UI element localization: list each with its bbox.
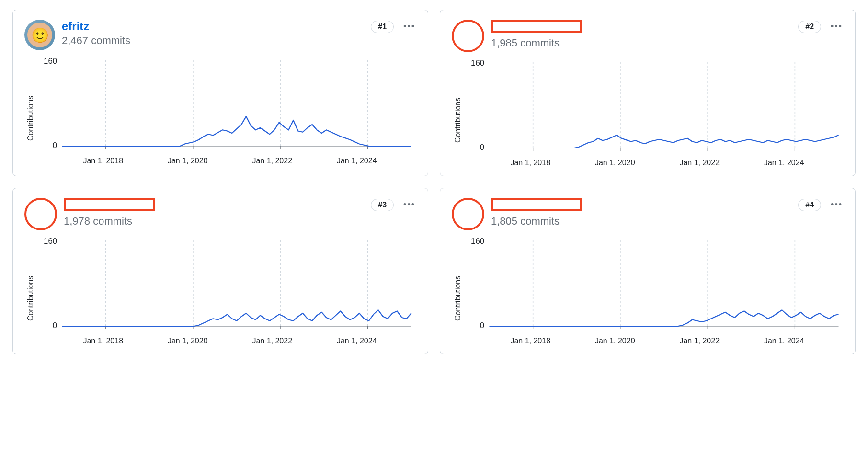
y-axis-label: Contributions	[452, 59, 462, 167]
x-tick-label: Jan 1, 2020	[146, 337, 230, 345]
card-header: 🙂efritz2,467 commits#1•••	[24, 20, 416, 50]
x-tick-label: Jan 1, 2022	[230, 337, 315, 345]
contributor-card: 1,985 commits#2•••Contributions1600Jan 1…	[440, 10, 856, 176]
rank-badge: #1	[371, 21, 394, 33]
y-axis-label: Contributions	[24, 57, 35, 165]
username-redacted[interactable]	[491, 20, 582, 33]
card-header: 1,978 commits#3•••	[24, 198, 416, 230]
chart-wrap: Contributions1600Jan 1, 2018Jan 1, 2020J…	[452, 237, 844, 345]
kebab-menu-icon[interactable]: •••	[402, 20, 416, 34]
x-tick-label: Jan 1, 2024	[742, 159, 827, 167]
chart-wrap: Contributions1600Jan 1, 2018Jan 1, 2020J…	[24, 237, 416, 345]
x-tick-label: Jan 1, 2020	[573, 337, 658, 345]
card-header: 1,985 commits#2•••	[452, 20, 844, 52]
contributor-card: 1,805 commits#4•••Contributions1600Jan 1…	[440, 188, 856, 354]
rank-badge: #2	[798, 21, 821, 33]
username-redacted[interactable]	[491, 198, 582, 211]
header-right: #4•••	[798, 198, 844, 212]
user-info: 1,985 commits	[491, 20, 582, 49]
svg-text:0: 0	[53, 141, 57, 149]
header-right: #1•••	[371, 20, 416, 34]
chart-inner: 1600Jan 1, 2018Jan 1, 2020Jan 1, 2022Jan…	[35, 237, 416, 345]
svg-text:0: 0	[480, 143, 484, 151]
contribution-sparkline: 1600	[462, 237, 844, 333]
user-info: 1,805 commits	[491, 198, 582, 228]
x-tick-label: Jan 1, 2018	[61, 157, 146, 165]
header-right: #2•••	[798, 20, 844, 34]
x-tick-label: Jan 1, 2024	[742, 337, 827, 345]
kebab-menu-icon[interactable]: •••	[402, 198, 416, 212]
username-link[interactable]: efritz	[62, 20, 130, 34]
commits-count[interactable]: 1,978 commits	[64, 215, 155, 228]
x-tick-label: Jan 1, 2018	[488, 159, 573, 167]
x-tick-label: Jan 1, 2018	[61, 337, 146, 345]
card-header: 1,805 commits#4•••	[452, 198, 844, 230]
x-tick-label: Jan 1, 2022	[657, 159, 742, 167]
avatar-redacted[interactable]	[452, 198, 484, 230]
svg-text:160: 160	[471, 237, 484, 245]
chart-inner: 1600Jan 1, 2018Jan 1, 2020Jan 1, 2022Jan…	[462, 237, 844, 345]
x-tick-label: Jan 1, 2018	[488, 337, 573, 345]
header-right: #3•••	[371, 198, 416, 212]
contribution-sparkline: 1600	[35, 237, 416, 333]
svg-text:160: 160	[44, 237, 57, 245]
user-info: efritz2,467 commits	[62, 20, 130, 47]
svg-text:0: 0	[53, 321, 57, 330]
x-tick-label: Jan 1, 2024	[315, 337, 400, 345]
x-tick-label: Jan 1, 2022	[657, 337, 742, 345]
x-tick-label: Jan 1, 2022	[230, 157, 315, 165]
avatar[interactable]: 🙂	[24, 20, 55, 50]
username-redacted[interactable]	[64, 198, 155, 211]
avatar-face-icon: 🙂	[27, 23, 52, 47]
contribution-sparkline: 1600	[35, 57, 416, 153]
user-block: 1,805 commits	[452, 198, 582, 230]
commits-count[interactable]: 2,467 commits	[62, 34, 130, 47]
user-block: 1,985 commits	[452, 20, 582, 52]
y-axis-label: Contributions	[452, 237, 462, 345]
svg-text:160: 160	[471, 59, 484, 67]
x-ticks: Jan 1, 2018Jan 1, 2020Jan 1, 2022Jan 1, …	[462, 337, 844, 345]
rank-badge: #4	[798, 199, 821, 211]
commits-count[interactable]: 1,805 commits	[491, 215, 582, 228]
x-tick-label: Jan 1, 2024	[315, 157, 400, 165]
kebab-menu-icon[interactable]: •••	[830, 20, 844, 34]
rank-badge: #3	[371, 199, 394, 211]
user-block: 🙂efritz2,467 commits	[24, 20, 130, 50]
x-ticks: Jan 1, 2018Jan 1, 2020Jan 1, 2022Jan 1, …	[35, 157, 416, 165]
avatar-redacted[interactable]	[24, 198, 57, 230]
x-tick-label: Jan 1, 2020	[146, 157, 230, 165]
chart-inner: 1600Jan 1, 2018Jan 1, 2020Jan 1, 2022Jan…	[462, 59, 844, 167]
svg-text:160: 160	[44, 57, 57, 65]
x-ticks: Jan 1, 2018Jan 1, 2020Jan 1, 2022Jan 1, …	[35, 337, 416, 345]
y-axis-label: Contributions	[24, 237, 35, 345]
contributor-card: 1,978 commits#3•••Contributions1600Jan 1…	[12, 188, 428, 354]
contribution-sparkline: 1600	[462, 59, 844, 155]
avatar-redacted[interactable]	[452, 20, 484, 52]
x-ticks: Jan 1, 2018Jan 1, 2020Jan 1, 2022Jan 1, …	[462, 159, 844, 167]
user-block: 1,978 commits	[24, 198, 155, 230]
svg-text:0: 0	[480, 321, 484, 330]
chart-inner: 1600Jan 1, 2018Jan 1, 2020Jan 1, 2022Jan…	[35, 57, 416, 165]
x-tick-label: Jan 1, 2020	[573, 159, 658, 167]
commits-count[interactable]: 1,985 commits	[491, 37, 582, 49]
contributor-card: 🙂efritz2,467 commits#1•••Contributions16…	[12, 10, 428, 176]
chart-wrap: Contributions1600Jan 1, 2018Jan 1, 2020J…	[24, 57, 416, 165]
user-info: 1,978 commits	[64, 198, 155, 228]
chart-wrap: Contributions1600Jan 1, 2018Jan 1, 2020J…	[452, 59, 844, 167]
kebab-menu-icon[interactable]: •••	[830, 198, 844, 212]
